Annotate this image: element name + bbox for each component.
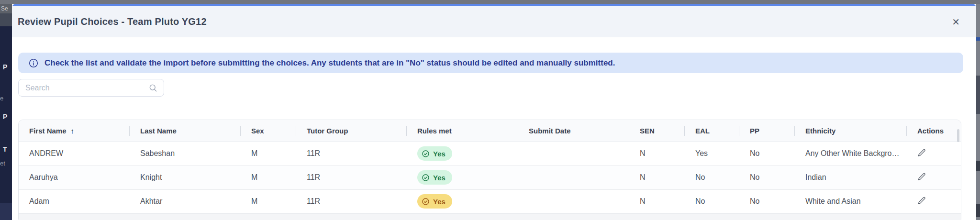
background-fragment <box>976 204 980 217</box>
cell-sex: M <box>241 189 296 213</box>
sort-ascending-icon: ↑ <box>71 127 75 135</box>
cell-rules-met: Yes <box>407 142 518 165</box>
close-icon: ✕ <box>952 17 960 27</box>
cell-tutor-group: 11R <box>296 142 407 165</box>
column-header-actions: Actions <box>907 120 961 142</box>
cell-ethnicity: Indian <box>795 165 907 189</box>
pupil-choices-table: First Name↑ Last Name Sex Tutor Group Ru… <box>18 120 961 220</box>
background-sidebar-fragment: P <box>3 63 7 71</box>
cell-first-name: ANDREW <box>19 142 130 165</box>
cell-sen: N <box>629 165 685 189</box>
cell-pp: No <box>739 189 795 213</box>
cell-submit-date <box>518 142 629 165</box>
column-header-submit-date[interactable]: Submit Date <box>518 120 629 142</box>
rules-met-badge: Yes <box>417 170 452 185</box>
rules-met-badge: Yes <box>417 194 452 209</box>
cell-sex: M <box>241 165 296 189</box>
rules-met-badge: Yes <box>417 146 452 161</box>
modal-title: Review Pupil Choices - Team Pluto YG12 <box>18 16 207 27</box>
edit-button[interactable] <box>917 196 926 205</box>
cell-actions <box>907 142 961 165</box>
background-sidebar-fragment: e <box>0 95 3 102</box>
table-row: Aaruhya Knight M 11R Yes <box>19 165 961 189</box>
table-header-row: First Name↑ Last Name Sex Tutor Group Ru… <box>19 120 961 142</box>
column-header-rules-met[interactable]: Rules met <box>407 120 518 142</box>
background-sidebar-fragment: et <box>0 160 5 167</box>
cell-ethnicity: Any Other White Backgro… <box>795 142 907 165</box>
cell-ethnicity: White and Asian <box>795 189 907 213</box>
cell-sex: M <box>241 142 296 165</box>
background-sidebar-fragment: Se <box>0 4 12 13</box>
check-circle-icon <box>422 150 430 158</box>
background-sidebar: Se P e P T et <box>0 0 12 220</box>
info-banner: Check the list and validate the import b… <box>18 53 963 73</box>
background-sidebar-fragment <box>0 203 12 220</box>
cell-submit-date <box>518 189 629 213</box>
cell-last-name: Sabeshan <box>130 142 241 165</box>
cell-eal: No <box>685 189 739 213</box>
search-input[interactable] <box>24 83 148 93</box>
cell-rules-met: Yes <box>407 189 518 213</box>
background-sidebar-fragment: P <box>3 113 7 121</box>
cell-last-name: Knight <box>130 165 241 189</box>
cell-actions <box>907 165 961 189</box>
background-overlay-top <box>0 0 980 4</box>
review-pupil-choices-modal: Review Pupil Choices - Team Pluto YG12 ✕… <box>12 4 976 220</box>
cell-pp: No <box>739 142 795 165</box>
cell-sen: N <box>629 189 685 213</box>
table-row-partial <box>19 213 961 220</box>
background-overlay-right <box>976 4 980 220</box>
column-header-pp[interactable]: PP <box>739 120 795 142</box>
pencil-icon <box>917 196 926 205</box>
cell-rules-met: Yes <box>407 165 518 189</box>
pencil-icon <box>917 148 926 157</box>
background-fragment <box>976 76 980 114</box>
column-header-eal[interactable]: EAL <box>685 120 739 142</box>
search-icon <box>148 83 158 93</box>
table-scrollbar[interactable] <box>957 129 959 142</box>
background-fragment <box>976 161 980 171</box>
check-circle-icon <box>422 174 430 182</box>
cell-tutor-group: 11R <box>296 189 407 213</box>
info-banner-text: Check the list and validate the import b… <box>45 58 615 68</box>
cell-pp: No <box>739 165 795 189</box>
close-button[interactable]: ✕ <box>952 17 960 27</box>
edit-button[interactable] <box>917 172 926 181</box>
cell-actions <box>907 189 961 213</box>
column-header-ethnicity[interactable]: Ethnicity <box>795 120 907 142</box>
info-icon <box>29 58 38 68</box>
pencil-icon <box>917 172 926 181</box>
cell-submit-date <box>518 165 629 189</box>
background-fragment <box>976 37 980 41</box>
background-sidebar-fragment: T <box>3 145 7 153</box>
table-row: Adam Akhtar M 11R Yes <box>19 189 961 213</box>
edit-button[interactable] <box>917 148 926 157</box>
cell-eal: Yes <box>685 142 739 165</box>
cell-tutor-group: 11R <box>296 165 407 189</box>
column-header-sen[interactable]: SEN <box>629 120 685 142</box>
column-header-sex[interactable]: Sex <box>241 120 296 142</box>
column-header-first-name[interactable]: First Name↑ <box>19 120 130 142</box>
column-header-last-name[interactable]: Last Name <box>130 120 241 142</box>
cell-eal: No <box>685 165 739 189</box>
cell-last-name: Akhtar <box>130 189 241 213</box>
background-sidebar-fragment <box>0 13 12 26</box>
check-circle-icon <box>422 198 430 206</box>
cell-sen: N <box>629 142 685 165</box>
modal-body: Check the list and validate the import b… <box>12 53 976 220</box>
table-row: ANDREW Sabeshan M 11R Yes <box>19 142 961 165</box>
cell-first-name: Aaruhya <box>19 165 130 189</box>
modal-header: Review Pupil Choices - Team Pluto YG12 ✕ <box>12 6 976 37</box>
cell-first-name: Adam <box>19 189 130 213</box>
search-box <box>18 79 164 97</box>
column-header-tutor-group[interactable]: Tutor Group <box>296 120 407 142</box>
